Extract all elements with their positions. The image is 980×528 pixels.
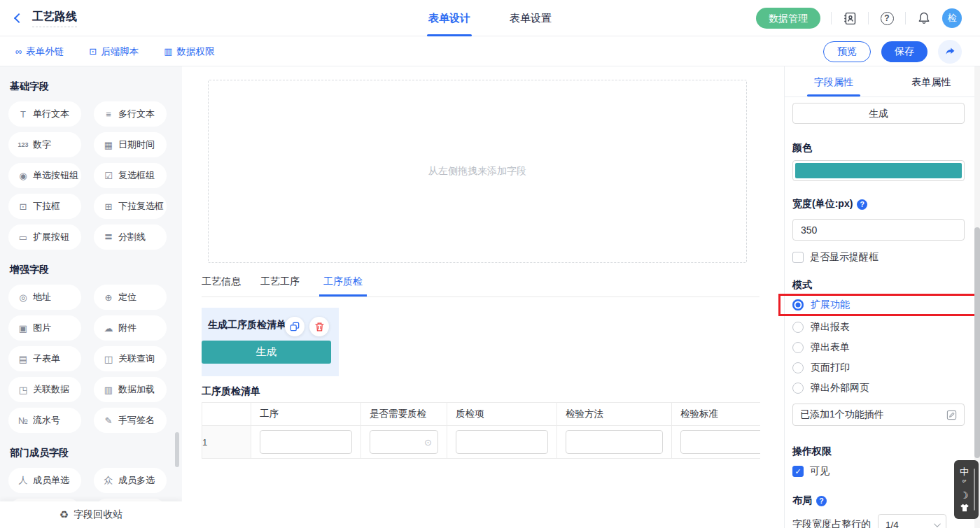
divider xyxy=(831,12,832,24)
backend-script-link[interactable]: ⊡ 后端脚本 xyxy=(89,45,139,58)
sub-toolbar: ∞ 表单外链 ⊡ 后端脚本 ▥ 数据权限 预览 保存 xyxy=(0,36,980,66)
page-title: 工艺路线 xyxy=(32,10,77,27)
radio-icon[interactable] xyxy=(792,322,804,333)
field-pill-data-load[interactable]: ▥数据加载 xyxy=(94,377,167,402)
copy-icon xyxy=(290,322,300,331)
contacts-icon[interactable] xyxy=(842,10,858,26)
field-pill-number[interactable]: 123数字 xyxy=(8,132,81,157)
delete-field-button[interactable] xyxy=(309,317,329,336)
mode-option-popup-report[interactable]: 弹出报表 xyxy=(792,320,850,335)
color-label: 颜色 xyxy=(792,142,812,155)
field-pill-subform[interactable]: ▤子表单 xyxy=(8,346,81,371)
tab-field-properties[interactable]: 字段属性 xyxy=(785,66,883,97)
linked-query-icon: ◫ xyxy=(103,354,114,364)
field-pill-radio-group[interactable]: ◉单选按钮组 xyxy=(8,163,81,188)
field-pill-datetime[interactable]: ▦日期时间 xyxy=(94,132,167,157)
user-avatar[interactable]: 检 xyxy=(942,8,962,28)
layout-help-icon[interactable]: ? xyxy=(816,496,827,506)
help-icon[interactable]: ? xyxy=(879,10,895,26)
qc-item-input[interactable] xyxy=(456,430,548,454)
subtable: 工序 是否需要质检 质检项 检验方法 检验标准 1 ⊙ xyxy=(202,402,760,459)
field-pill-member-multi[interactable]: 众成员多选 xyxy=(94,468,167,493)
field-pill-single-line-text[interactable]: T单行文本 xyxy=(8,101,81,127)
sidebar-scrollbar-thumb[interactable] xyxy=(175,432,179,467)
plugin-config-field[interactable]: 已添加1个功能插件 xyxy=(792,404,965,426)
field-pill-signature[interactable]: ✎手写签名 xyxy=(94,408,167,433)
share-button[interactable] xyxy=(938,40,962,64)
field-pill-divider[interactable]: 〓分割线 xyxy=(94,224,167,250)
inspect-standard-input[interactable] xyxy=(680,430,760,454)
mode-option-popup-external-page[interactable]: 弹出外部网页 xyxy=(792,380,869,396)
ime-drag-handle[interactable] xyxy=(974,469,975,511)
field-library-sidebar: 基础字段 T单行文本 ≡多行文本 123数字 ▦日期时间 ◉单选按钮组 ☑复选框… xyxy=(0,66,182,528)
radio-icon[interactable] xyxy=(792,383,804,394)
data-manage-button[interactable]: 数据管理 xyxy=(756,8,820,29)
reminder-checkbox-row[interactable]: 是否显示提醒框 xyxy=(792,251,878,264)
radio-icon[interactable] xyxy=(792,342,804,353)
col-header-inspect-method: 检验方法 xyxy=(557,403,672,426)
subform-icon: ▤ xyxy=(18,354,29,364)
checkbox-icon: ☑ xyxy=(103,171,114,181)
ime-toolbar[interactable]: 中 °’ ☾ xyxy=(954,460,979,519)
mode-option-extend-function[interactable]: 扩展功能 xyxy=(792,297,850,313)
field-pill-linked-query[interactable]: ◫关联查询 xyxy=(94,346,167,371)
person-icon: 人 xyxy=(18,474,29,487)
ime-punctuation-icon[interactable]: °’ xyxy=(962,480,966,487)
data-permission-link[interactable]: ▥ 数据权限 xyxy=(164,45,214,58)
visible-checkbox[interactable]: ✓ xyxy=(792,466,804,477)
tab-process-info[interactable]: 工艺信息 xyxy=(202,276,241,297)
form-external-link[interactable]: ∞ 表单外链 xyxy=(15,45,64,58)
crosshair-icon: ⊕ xyxy=(103,292,114,303)
tab-form-properties[interactable]: 表单属性 xyxy=(883,66,980,97)
field-recycle-bin[interactable]: ♻ 字段回收站 xyxy=(0,501,182,528)
field-pill-checkbox-group[interactable]: ☑复选框组 xyxy=(94,163,167,188)
pen-icon: ✎ xyxy=(103,415,114,426)
field-pill-multi-dropdown[interactable]: ⊞下拉复选框 xyxy=(94,194,167,219)
width-input[interactable] xyxy=(792,219,965,241)
field-pill-geolocation[interactable]: ⊕定位 xyxy=(94,285,167,310)
copy-field-button[interactable] xyxy=(285,317,304,336)
ime-language-icon[interactable]: 中 xyxy=(960,467,969,476)
drop-zone[interactable]: 从左侧拖拽来添加字段 xyxy=(208,80,747,263)
button-name-input[interactable]: 生成 xyxy=(792,103,965,124)
reminder-checkbox[interactable] xyxy=(792,252,804,263)
width-help-icon[interactable]: ? xyxy=(857,199,867,210)
drop-zone-placeholder: 从左侧拖拽来添加字段 xyxy=(428,165,526,178)
page-scrollbar[interactable] xyxy=(974,66,980,528)
tab-form-settings[interactable]: 表单设置 xyxy=(510,0,552,36)
field-pill-serial-number[interactable]: №流水号 xyxy=(8,408,81,433)
width-label: 宽度(单位:px) ? xyxy=(792,198,867,211)
field-pill-address[interactable]: ◎地址 xyxy=(8,285,81,310)
select-indicator-icon: ⊙ xyxy=(424,437,432,448)
ime-moon-icon[interactable]: ☾ xyxy=(960,490,969,500)
radio-selected-icon[interactable] xyxy=(792,299,804,311)
field-pill-extend-button[interactable]: ▭扩展按钮 xyxy=(8,224,81,250)
inspect-method-input[interactable] xyxy=(566,430,663,454)
section-title-member-fields: 部门成员字段 xyxy=(10,447,182,459)
field-pill-dropdown[interactable]: ⊡下拉框 xyxy=(8,194,81,219)
notification-bell-icon[interactable] xyxy=(916,10,932,26)
mode-option-popup-form[interactable]: 弹出表单 xyxy=(792,340,850,355)
field-pill-member-single[interactable]: 人成员单选 xyxy=(8,468,81,493)
preview-button[interactable]: 预览 xyxy=(823,41,871,62)
selected-field-block[interactable]: 生成工序质检清单 生成 xyxy=(202,308,339,376)
visible-checkbox-row[interactable]: ✓ 可见 xyxy=(792,465,830,478)
field-pill-image[interactable]: ▣图片 xyxy=(8,315,81,341)
color-picker[interactable] xyxy=(792,160,965,181)
tab-process-steps[interactable]: 工艺工序 xyxy=(260,276,300,297)
mode-option-page-print[interactable]: 页面打印 xyxy=(792,360,850,376)
field-pill-linked-data[interactable]: ◳关联数据 xyxy=(8,377,81,402)
back-icon[interactable] xyxy=(14,13,24,23)
process-input[interactable] xyxy=(260,430,352,454)
field-pill-multi-line-text[interactable]: ≡多行文本 xyxy=(94,101,167,127)
generate-button[interactable]: 生成 xyxy=(202,341,331,364)
radio-icon[interactable] xyxy=(792,362,804,373)
col-header-rownum xyxy=(202,403,251,426)
page-scrollbar-thumb[interactable] xyxy=(974,227,980,458)
color-swatch xyxy=(795,163,962,178)
tab-form-design[interactable]: 表单设计 xyxy=(428,0,470,36)
save-button[interactable]: 保存 xyxy=(881,41,927,62)
row-width-select[interactable]: 1/4 xyxy=(878,514,946,528)
field-pill-attachment[interactable]: ☁附件 xyxy=(94,315,167,341)
tab-process-qc[interactable]: 工序质检 xyxy=(319,276,367,297)
